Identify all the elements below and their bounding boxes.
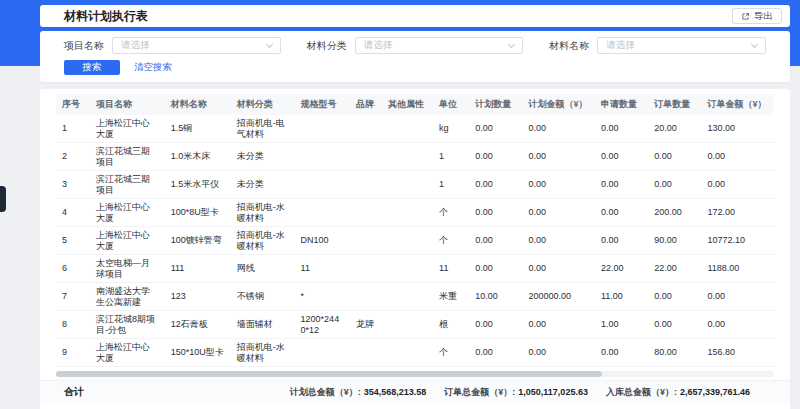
table-cell: 0.00 (469, 339, 522, 367)
table-cell (350, 339, 382, 367)
table-cell (382, 283, 433, 311)
table-cell: 1 (433, 171, 469, 199)
table-cell: 11 (433, 255, 469, 283)
table-cell: 1 (433, 143, 469, 171)
table-cell: kg (433, 115, 469, 143)
table-cell: 0.00 (523, 311, 595, 339)
table-cell (350, 227, 382, 255)
table-cell: 0.00 (595, 115, 648, 143)
select-placeholder: 请选择 (364, 39, 510, 52)
table-cell: 12石膏板 (165, 311, 231, 339)
table-panel: 序号项目名称材料名称材料分类规格型号品牌其他属性单位计划数量计划金额（¥）申请数… (40, 89, 790, 409)
column-header: 单位 (433, 94, 469, 115)
table-row: 7南湖盛达大学生公寓新建123不锈钢*米重10.00200000.0011.00… (56, 283, 774, 311)
table-cell: 龙牌 (350, 311, 382, 339)
filter-select[interactable]: 请选择 (112, 37, 281, 54)
filter-actions: 搜索 清空搜索 (64, 60, 766, 75)
select-placeholder: 请选择 (606, 39, 752, 52)
table-cell: 1188.00 (701, 255, 774, 283)
table-cell: 0.00 (595, 171, 648, 199)
table-cell: 0.00 (469, 143, 522, 171)
table-cell: 网线 (231, 255, 295, 283)
table-cell (350, 143, 382, 171)
table-cell: 8 (56, 311, 90, 339)
table-cell: 0.00 (701, 143, 774, 171)
table-cell: 1.5铜 (165, 115, 231, 143)
table-cell: 0.00 (469, 199, 522, 227)
table-cell: 130.00 (701, 115, 774, 143)
search-button[interactable]: 搜索 (64, 60, 120, 75)
table-cell: 200.00 (648, 199, 701, 227)
table-cell: 5 (56, 227, 90, 255)
table-cell: 172.00 (701, 199, 774, 227)
table-cell (295, 339, 350, 367)
title-bar: 材料计划执行表 导出 (40, 5, 790, 27)
table-cell: 0.00 (469, 227, 522, 255)
summary-item: 计划总金额（¥）:354,568,213.58 (290, 386, 427, 399)
table-cell: 个 (433, 199, 469, 227)
table-row: 5上海松江中心大厦100镀锌管弯招商机电-水暖材料DN100个0.000.000… (56, 227, 774, 255)
column-header: 订单数量 (648, 94, 701, 115)
horizontal-scrollbar[interactable] (56, 371, 774, 377)
table-cell: 根 (433, 311, 469, 339)
table-cell: 111 (165, 255, 231, 283)
table-cell: 22.00 (648, 255, 701, 283)
column-header: 订单金额（¥） (701, 94, 774, 115)
table-cell: 0.00 (595, 227, 648, 255)
summary-item-value: 2,657,339,761.46 (680, 387, 750, 397)
clear-search-button[interactable]: 清空搜索 (134, 61, 172, 74)
table-cell (382, 227, 433, 255)
table-cell: 20.00 (648, 115, 701, 143)
table-cell: 0.00 (595, 339, 648, 367)
table-cell: 招商机电-水暖材料 (231, 339, 295, 367)
table-cell (382, 199, 433, 227)
table-row: 8滨江花城8期项目-分包12石膏板墙面辅材1200*2440*12龙牌根0.00… (56, 311, 774, 339)
table-cell (350, 283, 382, 311)
materials-table: 序号项目名称材料名称材料分类规格型号品牌其他属性单位计划数量计划金额（¥）申请数… (56, 94, 774, 367)
table-cell (382, 339, 433, 367)
table-cell: 0.00 (595, 143, 648, 171)
table-cell: 22.00 (595, 255, 648, 283)
sidebar-collapse-handle[interactable] (0, 186, 6, 212)
table-cell: 0.00 (469, 115, 522, 143)
filter-row: 项目名称请选择材料分类请选择材料名称请选择 (64, 37, 766, 54)
table-cell (382, 255, 433, 283)
table-cell: 80.00 (648, 339, 701, 367)
table-cell: 0.00 (523, 227, 595, 255)
table-cell: 招商机电-水暖材料 (231, 199, 295, 227)
table-cell (350, 171, 382, 199)
table-cell: 个 (433, 339, 469, 367)
table-cell (295, 199, 350, 227)
export-button[interactable]: 导出 (732, 8, 782, 24)
table-cell: 1200*2440*12 (295, 311, 350, 339)
summary-total-label: 合计 (64, 385, 84, 399)
horizontal-scrollbar-thumb[interactable] (56, 371, 602, 377)
table-cell: 招商机电-水暖材料 (231, 227, 295, 255)
table-cell: DN100 (295, 227, 350, 255)
pagination-bar: 共 1673 条 ‹ 123456...84 › 前往 页 (40, 403, 790, 409)
column-header: 材料名称 (165, 94, 231, 115)
table-cell: 0.00 (469, 255, 522, 283)
select-placeholder: 请选择 (121, 39, 267, 52)
column-header: 项目名称 (90, 94, 165, 115)
table-cell: 123 (165, 283, 231, 311)
summary-item-label: 入库总金额（¥）: (606, 386, 677, 399)
table-cell: 0.00 (469, 171, 522, 199)
table-cell: 滨江花城三期项目 (90, 171, 165, 199)
summary-item: 入库总金额（¥）:2,657,339,761.46 (606, 386, 750, 399)
table-cell: 上海松江中心大厦 (90, 227, 165, 255)
table-cell: 招商机电-电气材料 (231, 115, 295, 143)
table-cell: 200000.00 (523, 283, 595, 311)
table-cell: 0.00 (701, 283, 774, 311)
table-cell: 6 (56, 255, 90, 283)
table-cell: 1.0米木床 (165, 143, 231, 171)
table-cell: 90.00 (648, 227, 701, 255)
filter-select[interactable]: 请选择 (597, 37, 766, 54)
filter-select[interactable]: 请选择 (355, 37, 524, 54)
table-row: 1上海松江中心大厦1.5铜招商机电-电气材料kg0.000.000.0020.0… (56, 115, 774, 143)
table-cell: 0.00 (701, 171, 774, 199)
table-cell (350, 115, 382, 143)
summary-item-label: 计划总金额（¥）: (290, 386, 361, 399)
summary-row: 合计 计划总金额（¥）:354,568,213.58订单总金额（¥）:1,050… (40, 380, 790, 403)
table-cell: 9 (56, 339, 90, 367)
